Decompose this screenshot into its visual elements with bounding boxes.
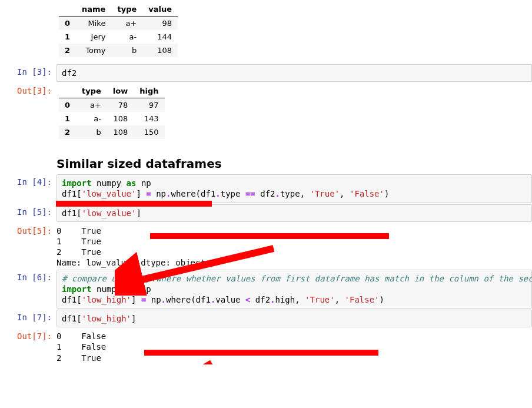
op: . bbox=[215, 189, 220, 198]
cell: 98 bbox=[142, 16, 178, 31]
code-text: df2 bbox=[62, 68, 77, 78]
annotation-underline-code6 bbox=[144, 350, 378, 356]
code-text: where(df1 bbox=[171, 189, 215, 198]
code-text: df2 bbox=[250, 295, 270, 304]
code-text: df1[ bbox=[62, 314, 82, 323]
kw-as: as bbox=[127, 284, 137, 294]
code-text: df1[ bbox=[62, 295, 82, 304]
cell: 108 bbox=[107, 125, 134, 139]
row-index: 0 bbox=[59, 98, 76, 112]
cell: 144 bbox=[142, 30, 178, 44]
str: 'low_value' bbox=[82, 189, 137, 198]
cell: 97 bbox=[134, 98, 164, 112]
code-text: ) bbox=[384, 189, 389, 198]
str: 'False' bbox=[345, 295, 380, 304]
row-index: 2 bbox=[59, 125, 76, 139]
code-in4[interactable]: import numpy as np df1['low_value'] = np… bbox=[56, 174, 532, 203]
code-text: ) bbox=[380, 295, 384, 304]
table-row: 0 a+ 78 97 bbox=[59, 98, 165, 112]
code-text: np bbox=[146, 295, 161, 304]
prompt-in5: In [5]: bbox=[0, 204, 56, 217]
cell-out7: Out[7]: 0 False 1 False 2 True bbox=[0, 329, 532, 363]
cell: 78 bbox=[107, 98, 134, 112]
row-index: 1 bbox=[59, 30, 76, 44]
table-row: 2 b 108 150 bbox=[59, 125, 165, 139]
code-text: numpy bbox=[92, 178, 127, 188]
str: 'True' bbox=[310, 189, 340, 198]
prompt-in6: In [6]: bbox=[0, 270, 56, 283]
cell-in6: In [6]: # compare using np.where whether… bbox=[0, 270, 532, 309]
str: 'True' bbox=[305, 295, 335, 304]
cell-heading: Similar sized dataframes bbox=[0, 146, 532, 173]
row-index: 2 bbox=[59, 44, 76, 57]
cell: 143 bbox=[134, 112, 164, 125]
annotation-underline-code4 bbox=[150, 233, 389, 239]
notebook-container: name type value 0 Mike a+ 98 1 Jery a- 1… bbox=[0, 1, 532, 363]
code-in7[interactable]: df1['low_high'] bbox=[56, 310, 532, 327]
cell: a+ bbox=[76, 98, 107, 112]
cell-in4: In [4]: import numpy as np df1['low_valu… bbox=[0, 174, 532, 203]
cell-in7: In [7]: df1['low_high'] bbox=[0, 310, 532, 327]
prompt-in4: In [4]: bbox=[0, 174, 56, 187]
cell: a+ bbox=[111, 16, 142, 31]
comment: # compare using np.where whether values … bbox=[62, 274, 532, 283]
prompt-in3: In [3]: bbox=[0, 64, 56, 77]
output-out7: 0 False 1 False 2 True bbox=[56, 329, 532, 363]
annotation-underline-heading bbox=[56, 201, 212, 207]
op: == bbox=[245, 189, 255, 198]
cell-in3: In [3]: df2 bbox=[0, 64, 532, 82]
kw-as: as bbox=[127, 178, 137, 188]
code-text: ] bbox=[136, 189, 146, 198]
kw-import: import bbox=[62, 178, 92, 188]
cell: 150 bbox=[134, 125, 164, 139]
section-heading: Similar sized dataframes bbox=[56, 157, 532, 171]
code-text: df2 bbox=[255, 189, 275, 198]
cell: b bbox=[76, 125, 107, 139]
str: 'False' bbox=[350, 189, 384, 198]
code-text: high, bbox=[275, 295, 305, 304]
table-row: 1 Jery a- 144 bbox=[59, 30, 178, 44]
code-in6[interactable]: # compare using np.where whether values … bbox=[56, 270, 532, 309]
df2-col-high: high bbox=[134, 84, 164, 98]
df1-table: name type value 0 Mike a+ 98 1 Jery a- 1… bbox=[59, 2, 178, 57]
code-text: numpy bbox=[92, 284, 127, 294]
prompt-out5: Out[5]: bbox=[0, 223, 56, 236]
code-text: df1[ bbox=[62, 189, 82, 198]
str: 'low_high' bbox=[82, 295, 131, 304]
code-text: where(df1 bbox=[166, 295, 211, 304]
code-text: type bbox=[221, 189, 245, 198]
code-in5[interactable]: df1['low_value'] bbox=[56, 204, 532, 222]
cell-out5: Out[5]: 0 True 1 True 2 True Name: low_v… bbox=[0, 223, 532, 268]
code-text: np bbox=[136, 284, 151, 294]
kw-import: import bbox=[62, 284, 92, 294]
op: = bbox=[146, 189, 151, 198]
cell: 108 bbox=[107, 112, 134, 125]
prompt-in7: In [7]: bbox=[0, 310, 56, 323]
cell-in5: In [5]: df1['low_value'] bbox=[0, 204, 532, 222]
str: 'low_high' bbox=[82, 314, 131, 323]
prompt-out3: Out[3]: bbox=[0, 83, 56, 96]
df1-col-name: name bbox=[76, 2, 111, 16]
table-row: 0 Mike a+ 98 bbox=[59, 16, 178, 31]
cell: Jery bbox=[76, 30, 111, 44]
code-text: type, bbox=[280, 189, 310, 198]
svg-line-3 bbox=[156, 363, 212, 364]
df2-col-type: type bbox=[76, 84, 107, 98]
str: 'low_value' bbox=[82, 208, 137, 218]
cell: Tomy bbox=[76, 44, 111, 57]
code-in3[interactable]: df2 bbox=[56, 64, 532, 82]
op: . bbox=[275, 189, 280, 198]
code-text: np bbox=[151, 189, 166, 198]
cell: Mike bbox=[76, 16, 111, 31]
prompt-placeholder bbox=[0, 1, 56, 4]
cell-df1-output: name type value 0 Mike a+ 98 1 Jery a- 1… bbox=[0, 1, 532, 63]
code-text: ] bbox=[136, 208, 141, 218]
code-text: , bbox=[335, 295, 345, 304]
row-index: 1 bbox=[59, 112, 76, 125]
df1-col-value: value bbox=[142, 2, 178, 16]
df1-col-type: type bbox=[111, 2, 142, 16]
cell: 108 bbox=[142, 44, 178, 57]
df2-col-low: low bbox=[107, 84, 134, 98]
code-text: ] bbox=[131, 314, 136, 323]
df2-table: type low high 0 a+ 78 97 1 a- 108 143 bbox=[59, 84, 165, 139]
